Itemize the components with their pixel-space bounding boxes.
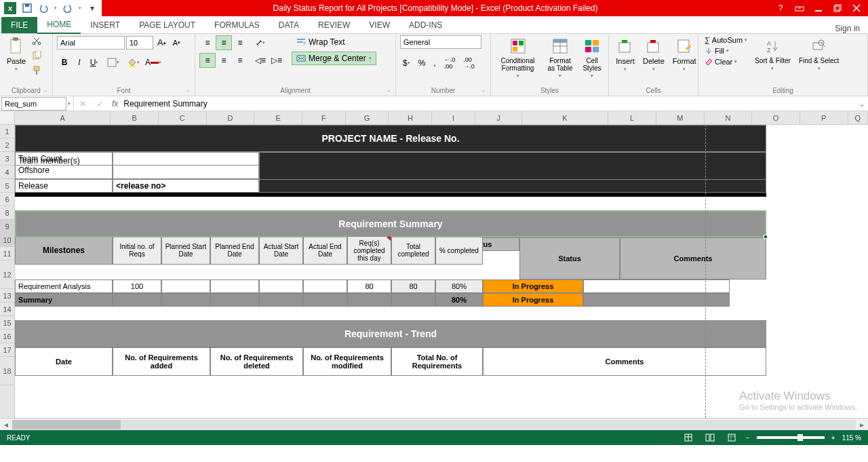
col-header[interactable]: L: [608, 111, 656, 124]
col-header[interactable]: N: [705, 111, 753, 124]
clear-button[interactable]: Clear▾: [703, 57, 749, 66]
copy-icon[interactable]: [31, 50, 42, 61]
release-right[interactable]: [259, 179, 766, 193]
req-analysis-total[interactable]: 80: [391, 280, 435, 293]
req-analysis-pstart[interactable]: [161, 280, 210, 293]
milestones-header[interactable]: Milestones: [15, 236, 113, 265]
row-header[interactable]: 15: [0, 316, 14, 330]
page-layout-view-icon[interactable]: [703, 431, 717, 444]
col-header[interactable]: P: [800, 111, 848, 124]
font-color-button[interactable]: A▾: [142, 55, 164, 70]
sign-in-link[interactable]: Sign in: [835, 24, 868, 33]
summary-name[interactable]: Summary: [15, 293, 113, 307]
row-header[interactable]: 3: [0, 152, 14, 166]
insert-cells-button[interactable]: Insert▾: [613, 35, 637, 73]
sort-filter-button[interactable]: AZSort & Filter▾: [752, 35, 793, 73]
file-tab[interactable]: FILE: [1, 17, 37, 33]
comma-icon[interactable]: ,: [431, 54, 438, 72]
italic-button[interactable]: I: [72, 55, 87, 70]
summary-reqday[interactable]: [347, 293, 391, 307]
col-header[interactable]: E: [254, 111, 302, 124]
percent-icon[interactable]: %: [416, 54, 429, 72]
border-button[interactable]: ▾: [104, 55, 122, 70]
zoom-out-icon[interactable]: −: [746, 434, 750, 442]
col-header[interactable]: G: [346, 111, 389, 124]
actual-end-header[interactable]: Actual End Date: [303, 236, 347, 265]
requirement-trend-header[interactable]: Requirement - Trend: [15, 320, 766, 347]
tab-home[interactable]: HOME: [37, 16, 81, 34]
name-box[interactable]: [1, 97, 66, 111]
normal-view-icon[interactable]: [681, 431, 696, 444]
expand-formula-bar-icon[interactable]: ⌄: [856, 99, 868, 109]
col-header[interactable]: Q: [848, 111, 868, 124]
planned-end-header[interactable]: Planned End Date: [210, 236, 259, 265]
cut-icon[interactable]: [31, 35, 42, 46]
row-header[interactable]: 2: [0, 138, 14, 152]
enter-formula-icon[interactable]: ✓: [92, 99, 109, 109]
number-format-select[interactable]: [400, 35, 481, 49]
req-analysis-aend[interactable]: [303, 280, 347, 293]
trend-total-header[interactable]: Total No. of Requirements: [391, 347, 483, 376]
scroll-right-icon[interactable]: ▸: [856, 420, 868, 429]
qat-customize-icon[interactable]: ▾: [87, 3, 98, 14]
req-analysis-pct[interactable]: 80%: [435, 280, 483, 293]
autosum-button[interactable]: ∑AutoSum▾: [703, 35, 749, 45]
cancel-formula-icon[interactable]: ✕: [74, 99, 92, 109]
row-header[interactable]: 13: [0, 289, 14, 303]
undo-dropdown-icon[interactable]: ▾: [54, 5, 57, 11]
planned-start-header[interactable]: Planned Start Date: [161, 236, 210, 265]
underline-button[interactable]: U▾: [87, 55, 102, 70]
undo-icon[interactable]: [38, 3, 49, 14]
merge-center-button[interactable]: Merge & Center ▾: [292, 52, 376, 65]
decrease-font-icon[interactable]: A▾: [170, 37, 183, 49]
req-analysis-status[interactable]: In Progress: [483, 280, 583, 293]
row-header[interactable]: 5: [0, 179, 14, 193]
row-header[interactable]: 6: [0, 193, 14, 206]
font-name-input[interactable]: [57, 36, 125, 50]
project-title-cell[interactable]: PROJECT NAME - Release No.: [15, 125, 766, 152]
currency-icon[interactable]: $▾: [400, 54, 413, 72]
tab-review[interactable]: REVIEW: [309, 17, 359, 33]
col-header[interactable]: M: [656, 111, 705, 124]
actual-start-header[interactable]: Actual Start Date: [259, 236, 303, 265]
bold-button[interactable]: B: [57, 55, 72, 70]
merge-dropdown-icon[interactable]: ▾: [369, 56, 372, 61]
fx-icon[interactable]: fx: [109, 99, 121, 109]
row-header[interactable]: 10: [0, 233, 14, 247]
find-select-button[interactable]: Find & Select▾: [796, 35, 842, 73]
zoom-in-icon[interactable]: +: [831, 434, 835, 442]
summary-pct[interactable]: 80%: [435, 293, 483, 307]
redo-icon[interactable]: [62, 3, 73, 14]
summary-comments[interactable]: [583, 293, 730, 307]
req-analysis-pend[interactable]: [210, 280, 259, 293]
redo-dropdown-icon[interactable]: ▾: [79, 5, 81, 11]
tab-insert[interactable]: INSERT: [81, 17, 130, 33]
comments-header[interactable]: Comments: [620, 237, 766, 280]
col-header[interactable]: I: [432, 111, 475, 124]
tab-view[interactable]: VIEW: [359, 17, 399, 33]
col-header[interactable]: O: [752, 111, 800, 124]
page-break-view-icon[interactable]: [724, 431, 739, 444]
save-icon[interactable]: [22, 3, 33, 14]
tab-formulas[interactable]: FORMULAS: [205, 17, 269, 33]
zoom-slider[interactable]: [757, 436, 825, 439]
ribbon-options-icon[interactable]: [793, 2, 806, 14]
font-size-input[interactable]: [126, 36, 153, 50]
req-analysis-initial[interactable]: 100: [113, 280, 161, 293]
fill-color-button[interactable]: ▾: [125, 55, 142, 70]
orientation-icon[interactable]: ⤢▾: [252, 35, 269, 50]
close-icon[interactable]: [850, 2, 863, 14]
release-label[interactable]: Release: [15, 179, 113, 193]
conditional-formatting-button[interactable]: Conditional Formatting▾: [495, 35, 540, 80]
tab-add-ins[interactable]: ADD-INS: [399, 17, 452, 33]
pct-completed-header[interactable]: % completed: [435, 236, 483, 265]
col-header[interactable]: D: [207, 111, 255, 124]
team-members-label[interactable]: Team member(s) Offshore: [15, 152, 113, 179]
wrap-text-button[interactable]: Wrap Text: [292, 35, 376, 49]
zoom-level[interactable]: 115 %: [842, 434, 861, 442]
release-value[interactable]: <release no>: [113, 179, 259, 193]
req-analysis-astart[interactable]: [259, 280, 303, 293]
col-header[interactable]: A: [15, 111, 111, 124]
decrease-decimal-icon[interactable]: .00→.0: [460, 54, 477, 72]
restore-icon[interactable]: [831, 2, 844, 14]
